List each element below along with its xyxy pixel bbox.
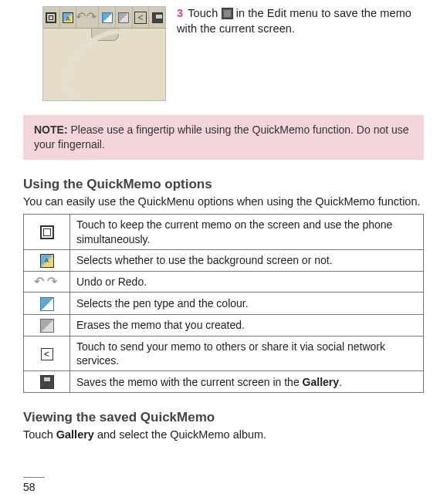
option-desc: Saves the memo with the current screen i… <box>70 371 424 393</box>
save-icon <box>222 8 233 19</box>
background-icon: A <box>24 249 70 271</box>
note-text: Please use a fingertip while using the Q… <box>34 123 409 151</box>
step-instruction: 3Touch in the Edit menu to save the memo… <box>177 6 424 101</box>
background-tool-icon: A <box>60 7 77 28</box>
note-label: NOTE: <box>34 123 68 136</box>
table-row: Saves the memo with the current screen i… <box>24 371 424 393</box>
table-row: Selects the pen type and the colour. <box>24 293 424 314</box>
share-icon <box>24 336 70 370</box>
option-desc: Undo or Redo. <box>70 272 424 293</box>
pen-tool-icon <box>99 7 116 28</box>
pen-icon <box>24 293 70 314</box>
option-desc: Erases the memo that you created. <box>70 314 424 336</box>
table-row: Touch to send your memo to others or sha… <box>24 336 424 370</box>
options-table: Touch to keep the current memo on the sc… <box>23 214 424 393</box>
section-text-viewing: Touch Gallery and select the QuickMemo a… <box>23 428 424 443</box>
option-desc: Selects the pen type and the colour. <box>70 293 424 314</box>
undo-redo-tool-icon <box>76 7 99 28</box>
undo-redo-icon <box>24 272 70 293</box>
option-desc: Selects whether to use the background sc… <box>70 249 424 271</box>
table-row: Erases the memo that you created. <box>24 314 424 336</box>
option-desc: Touch to keep the current memo on the sc… <box>70 215 424 249</box>
save-tool-icon <box>149 7 165 28</box>
section-intro-options: You can easily use the QuickMenu options… <box>23 194 424 210</box>
step-number: 3 <box>177 7 183 19</box>
share-tool-icon <box>133 7 150 28</box>
page-number: 58 <box>23 477 45 493</box>
section-heading-options: Using the QuickMemo options <box>23 177 424 192</box>
table-row: Undo or Redo. <box>24 272 424 293</box>
save-table-icon <box>24 371 70 393</box>
memo-toolbar: A <box>43 7 165 29</box>
overlay-icon <box>24 215 70 249</box>
step-text-before: Touch <box>188 7 221 19</box>
erase-tool-icon <box>116 7 133 28</box>
note-box: NOTE: Please use a fingertip while using… <box>23 115 424 160</box>
memo-screenshot: A ︿ <box>42 6 166 101</box>
eraser-icon <box>24 314 70 336</box>
overlay-tool-icon <box>43 7 60 28</box>
section-heading-viewing: Viewing the saved QuickMemo <box>23 410 424 425</box>
table-row: A Selects whether to use the background … <box>24 249 424 271</box>
table-row: Touch to keep the current memo on the sc… <box>24 215 424 249</box>
option-desc: Touch to send your memo to others or sha… <box>70 336 424 370</box>
